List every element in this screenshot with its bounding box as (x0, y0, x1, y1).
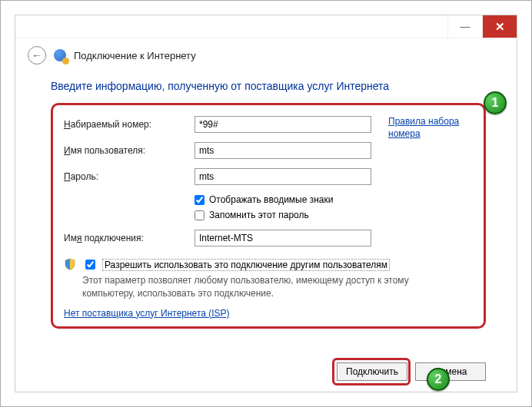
row-username: Имя пользователя: (64, 142, 473, 159)
show-chars-row: Отображать вводимые знаки (195, 194, 473, 205)
wizard-window: — ✕ ← Подключение к Интернету Введите ин… (0, 0, 532, 407)
back-button[interactable]: ← (28, 46, 46, 65)
header: ← Подключение к Интернету (15, 38, 517, 75)
inner-frame: — ✕ ← Подключение к Интернету Введите ин… (15, 15, 517, 392)
label-dial-number: Набираемый номер: (64, 119, 195, 130)
conn-name-input[interactable] (195, 230, 371, 247)
remember-checkbox[interactable] (195, 210, 204, 220)
allow-others-label: Разрешить использовать это подключение д… (102, 259, 390, 271)
dial-number-input[interactable] (195, 116, 371, 133)
close-button[interactable]: ✕ (482, 15, 517, 38)
window-title: Подключение к Интернету (74, 50, 196, 61)
share-block: Разрешить использовать это подключение д… (64, 257, 473, 300)
footer-buttons: Подключить Отмена (337, 362, 486, 381)
row-password: Пароль: (64, 168, 473, 185)
show-chars-checkbox[interactable] (195, 195, 204, 205)
instruction-text: Введите информацию, полученную от постав… (51, 80, 486, 92)
content-area: Введите информацию, полученную от постав… (15, 80, 517, 329)
username-input[interactable] (195, 142, 371, 159)
shield-icon (64, 258, 76, 270)
allow-others-description: Этот параметр позволяет любому пользоват… (82, 274, 451, 300)
no-isp-link[interactable]: Нет поставщика услуг Интернета (ISP) (64, 308, 473, 319)
remember-label: Запомнить этот пароль (209, 210, 309, 220)
titlebar: — ✕ (15, 15, 517, 38)
allow-others-row: Разрешить использовать это подключение д… (82, 257, 451, 272)
row-conn-name: Имя подключения: (64, 230, 473, 247)
allow-others-checkbox[interactable] (85, 260, 95, 270)
label-password: Пароль: (64, 171, 195, 182)
connect-button[interactable]: Подключить (337, 362, 407, 381)
password-input[interactable] (195, 168, 371, 185)
label-username: Имя пользователя: (64, 145, 195, 156)
minimize-button[interactable]: — (447, 15, 482, 38)
show-chars-label: Отображать вводимые знаки (209, 194, 333, 205)
dial-rules-link[interactable]: Правила набора номера (388, 116, 473, 140)
annotation-badge-1: 1 (484, 91, 507, 114)
form-highlight-area: Правила набора номера Набираемый номер: … (51, 103, 486, 329)
cancel-button[interactable]: Отмена (415, 362, 486, 381)
globe-icon (54, 49, 66, 61)
annotation-badge-2: 2 (427, 368, 450, 391)
remember-row: Запомнить этот пароль (195, 210, 473, 220)
label-conn-name: Имя подключения: (64, 233, 195, 243)
